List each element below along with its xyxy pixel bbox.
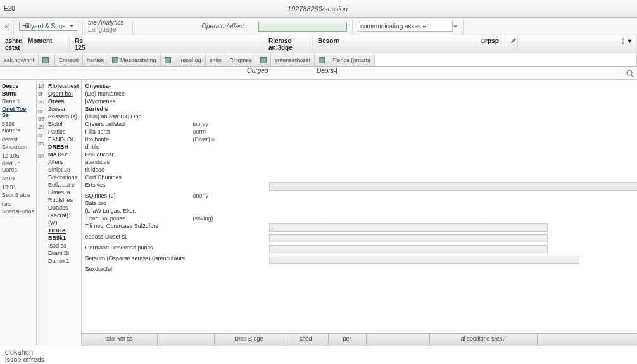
status-line-b: issoe otfreds — [5, 356, 632, 363]
left3-item[interactable]: (Xecrat)1 — [48, 211, 79, 219]
left1-item[interactable]: Rens 1 — [2, 97, 34, 105]
left2-item: cr — [38, 90, 44, 97]
left3-item[interactable]: DREBH — [48, 143, 79, 151]
left3-item[interactable]: BB5k1 — [48, 234, 79, 242]
left3-item[interactable]: Sinlot 28 — [48, 166, 79, 173]
left-col-2: 18cr29or9529or25on — [37, 80, 46, 346]
center-row: Orsters cellstadlabrey — [85, 120, 637, 128]
left3-item[interactable]: Orees — [48, 97, 79, 105]
left3-item[interactable]: Alters — [48, 158, 79, 166]
chevron-down-icon[interactable] — [453, 24, 458, 29]
left3-item[interactable]: Damin 1 — [48, 257, 79, 265]
header-row: ashrecstat Moment Rs125 Ricrasoan.3dge B… — [0, 35, 637, 53]
left1-item[interactable]: 13:31 — [2, 184, 34, 191]
left1-item[interactable]: Seot 5 atos — [2, 191, 34, 199]
footer-btn[interactable]: sdo Ret as — [82, 334, 158, 346]
tb2-11[interactable] — [315, 53, 329, 66]
left3-item[interactable]: Blotol — [48, 120, 79, 128]
filter-input[interactable] — [358, 22, 453, 32]
left3-item[interactable]: Breorations — [48, 173, 79, 181]
center-row: Filla perstoorm — [85, 128, 637, 135]
hdr-c3[interactable]: Rs — [75, 37, 83, 44]
tb2-4[interactable]: Mesoerstating — [108, 53, 161, 66]
menu-seg-blank: s| — [0, 18, 14, 35]
search-icon[interactable] — [626, 69, 634, 78]
tb2-8[interactable]: Rnigmes — [225, 53, 256, 66]
footer-btn[interactable]: shed — [284, 334, 329, 346]
left3-item[interactable]: Isod co — [48, 242, 79, 249]
center-row: atendices — [85, 158, 637, 166]
tb2-3[interactable]: harties — [83, 53, 108, 66]
hdr-c6[interactable]: urpsp — [476, 35, 505, 53]
sq2-icon — [260, 57, 267, 63]
left2-item: on — [38, 152, 44, 160]
title-bar: E20 192788260/session — [0, 0, 637, 18]
footer-btn[interactable] — [158, 334, 215, 346]
doc-icon — [42, 57, 49, 63]
left3-item[interactable]: (W) — [48, 219, 79, 227]
footer-btn[interactable]: Dnet B oge — [215, 334, 284, 346]
hdr-c4[interactable]: Ricraso — [268, 37, 292, 44]
tb2-spacer — [375, 53, 637, 66]
left3-item[interactable]: Rloletstiest — [48, 82, 79, 90]
tb2-10[interactable]: entensethosst — [271, 53, 315, 66]
tb2-5[interactable] — [161, 53, 177, 66]
footer-btn[interactable] — [367, 334, 430, 346]
hdr-edit-icon[interactable] — [505, 35, 518, 53]
left3-item[interactable]: Blates la — [48, 189, 79, 196]
hdr-menu-icon[interactable]: ⋮ ▾ — [518, 35, 637, 53]
data-bar — [269, 245, 548, 253]
hdr-c1[interactable]: ashre — [5, 37, 22, 44]
left2-item: 95 — [38, 115, 44, 123]
left1-item[interactable]: Sinecrson — [2, 143, 34, 151]
left3-item[interactable]: EANDLOU — [48, 135, 79, 143]
left1-item[interactable]: 5326 sioners — [2, 120, 34, 134]
left1-item[interactable]: Buttu — [2, 90, 34, 97]
menu-labels: the Analytics Language — [83, 18, 133, 35]
left3-item[interactable]: Ouades — [48, 204, 79, 211]
tb2-7[interactable]: smis — [206, 53, 226, 66]
data-bar — [269, 182, 637, 191]
tb2-6[interactable]: recel og — [177, 53, 206, 66]
tb2-9[interactable] — [256, 53, 271, 66]
svg-point-0 — [627, 70, 632, 75]
left2-item: 29 — [38, 99, 44, 106]
left3-item[interactable]: 2oesan — [48, 105, 79, 113]
left1-item[interactable]: SoensFortas — [2, 208, 34, 215]
txt-seg — [353, 18, 464, 35]
left3-item[interactable]: MATSY — [48, 151, 79, 158]
left3-item[interactable]: Bliant Bl — [48, 249, 79, 257]
grid-icon — [112, 57, 118, 63]
svg-line-1 — [631, 75, 634, 77]
hdr-c5[interactable]: Besorn — [313, 35, 476, 53]
left1-item[interactable]: on19 — [2, 175, 34, 182]
left1-item[interactable]: 12 105 — [2, 152, 34, 160]
bottom-status: clokahon issoe otfreds — [0, 346, 637, 364]
tb2-0[interactable]: ask.ngwmnt — [0, 53, 39, 66]
tb2-1[interactable] — [39, 53, 55, 66]
left3-item[interactable]: Qsent bot — [48, 90, 79, 97]
footer-btn[interactable]: al spedione sres? — [430, 334, 538, 346]
left3-item[interactable]: Rudlsfiles — [48, 196, 79, 204]
url-seg — [253, 18, 353, 35]
menu-row: s| Hillyard & Suns. the Analytics Langua… — [0, 18, 637, 35]
footer-btn[interactable]: per — [329, 334, 367, 346]
left1-item[interactable]: Descs — [2, 82, 34, 90]
tb2-2[interactable]: Enrieon — [55, 53, 83, 66]
menu-lbl-b: Language — [88, 26, 117, 33]
center-row: (Illun) an asa:180 Onc — [85, 113, 637, 120]
left1-item[interactable]: isrs — [2, 200, 34, 208]
left1-item[interactable]: Onet Toe Ss — [2, 105, 34, 119]
url-field[interactable] — [258, 22, 347, 32]
left3-item[interactable]: Eulkt ast e — [48, 181, 79, 189]
left2-item: or — [38, 108, 44, 115]
hdr-c2[interactable]: Moment — [23, 35, 70, 53]
left3-item[interactable]: Possern (s) — [48, 113, 79, 120]
project-combo[interactable]: Hillyard & Suns. — [19, 22, 77, 31]
left1-item[interactable]: dekt Lo Dores — [2, 160, 34, 173]
tb2-12[interactable]: Renos (ontarts — [329, 53, 375, 66]
left3-item[interactable]: TIGHA — [48, 227, 79, 234]
left2-item — [38, 162, 44, 163]
left3-item[interactable]: Pattles — [48, 128, 79, 135]
left1-item[interactable]: derest — [2, 135, 34, 143]
